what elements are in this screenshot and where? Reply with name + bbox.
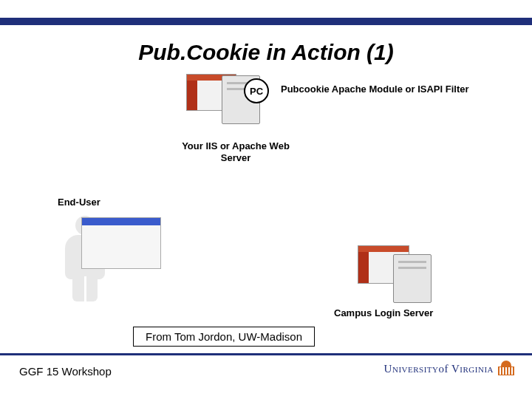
- webserver-label: Your IIS or Apache Web Server: [173, 140, 299, 165]
- browser-window-icon: [81, 217, 161, 269]
- footer-left-text: GGF 15 Workshop: [19, 365, 112, 378]
- top-accent-bar: [0, 18, 532, 25]
- end-user-label: End-User: [58, 197, 100, 208]
- pc-badge: PC: [244, 78, 269, 103]
- login-server-label: Campus Login Server: [334, 307, 433, 318]
- uva-logo: UNIVERSITYof VIRGINIA: [384, 361, 514, 377]
- slide: Pub.Cookie in Action (1) PC Pubcookie Ap…: [0, 0, 532, 399]
- pubcookie-module-label: Pubcookie Apache Module or ISAPI Filter: [281, 83, 469, 95]
- login-server-icon: [393, 254, 432, 303]
- attribution-box: From Tom Jordon, UW-Madison: [133, 327, 315, 347]
- uva-wordmark: UNIVERSITYof VIRGINIA: [384, 363, 494, 375]
- bottom-accent-rule: [0, 353, 532, 355]
- rotunda-icon: [498, 361, 514, 377]
- slide-title: Pub.Cookie in Action (1): [0, 40, 532, 65]
